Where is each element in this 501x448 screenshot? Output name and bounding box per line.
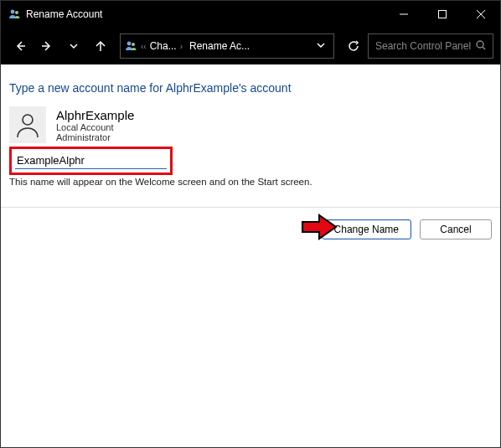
button-label: Cancel (440, 224, 471, 235)
button-row: Change Name Cancel (1, 208, 500, 239)
input-highlight-annot (9, 147, 173, 175)
page-title: Type a new account name for AlphrExample… (9, 81, 492, 95)
account-info: AlphrExample Local Account Administrator (56, 108, 134, 142)
svg-rect-3 (439, 11, 447, 18)
account-name: AlphrExample (56, 108, 134, 122)
new-name-input[interactable] (15, 152, 167, 169)
content-area: Type a new account name for AlphrExample… (1, 64, 500, 447)
address-bar[interactable]: ‹‹ Cha... › Rename Ac... (120, 33, 334, 59)
search-input[interactable]: Search Control Panel (368, 33, 493, 59)
chevron-left-icon: ‹‹ (141, 42, 147, 51)
svg-point-9 (127, 42, 132, 46)
up-button[interactable] (88, 33, 113, 59)
address-dropdown[interactable] (312, 40, 330, 52)
maximize-button[interactable] (423, 1, 462, 28)
search-placeholder: Search Control Panel (375, 40, 476, 52)
minimize-button[interactable] (385, 1, 423, 28)
users-icon (124, 39, 137, 53)
svg-point-1 (15, 11, 18, 14)
close-button[interactable] (462, 1, 500, 28)
svg-point-0 (11, 10, 15, 14)
toolbar: ‹‹ Cha... › Rename Ac... Search Control … (1, 28, 500, 64)
chevron-right-icon: › (180, 42, 183, 51)
breadcrumb-label: Rename Ac... (189, 40, 250, 52)
window-title: Rename Account (26, 8, 102, 20)
button-label: Change Name (334, 224, 399, 235)
users-icon (8, 8, 21, 21)
breadcrumb-seg-2[interactable]: Rename Ac... (186, 40, 253, 52)
avatar (9, 106, 46, 143)
refresh-button[interactable] (341, 33, 366, 59)
svg-point-10 (132, 43, 135, 46)
svg-point-11 (477, 41, 483, 48)
search-icon (476, 40, 486, 53)
hint-text: This name will appear on the Welcome scr… (9, 177, 492, 187)
change-name-button[interactable]: Change Name (322, 219, 411, 239)
account-role: Administrator (56, 132, 134, 142)
account-summary: AlphrExample Local Account Administrator (9, 106, 492, 143)
svg-line-12 (483, 47, 485, 49)
titlebar: Rename Account (1, 1, 500, 28)
account-type: Local Account (56, 122, 134, 132)
back-button[interactable] (8, 33, 33, 59)
breadcrumb-label: Cha... (150, 40, 177, 52)
recent-dropdown[interactable] (61, 33, 86, 59)
cancel-button[interactable]: Cancel (420, 219, 492, 239)
window: Rename Account (0, 0, 501, 448)
forward-button[interactable] (34, 33, 59, 59)
svg-point-13 (23, 115, 33, 125)
breadcrumb-seg-1[interactable]: Cha... › (147, 40, 186, 52)
